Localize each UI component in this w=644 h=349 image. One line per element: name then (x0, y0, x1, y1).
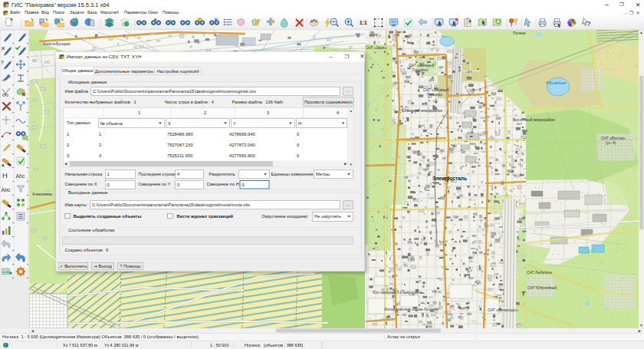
svg-text:Электросталь: Электросталь (432, 176, 467, 182)
svg-text:Восточный микрорайон: Восточный микрорайон (513, 117, 555, 122)
svg-text:Abc: Abc (16, 173, 26, 179)
svg-text:Юго-западный 5-й микрорайон: Юго-западный 5-й микрорайон (373, 290, 422, 295)
svg-text:(уч. 4): (уч. 4) (606, 141, 616, 145)
svg-text:Жилой комплекс «Юсае Логинов»: Жилой комплекс «Юсае Логинов» (384, 307, 439, 311)
svg-text:СНТ «Восток»: СНТ «Восток» (601, 137, 626, 140)
svg-text:СНТ «Металлург»: СНТ «Металлург» (488, 308, 518, 312)
svg-text:Юбилейное: Юбилейное (546, 81, 566, 85)
svg-text:СНТ «Зеленый: СНТ «Зеленый (423, 87, 449, 92)
svg-text:СНТ «Зеленый: СНТ «Зеленый (409, 63, 435, 67)
svg-text:a: a (154, 17, 156, 21)
svg-text:?: ? (1, 60, 4, 65)
svg-text:Аэлита-Бутырки: Аэлита-Бутырки (43, 42, 71, 46)
svg-text:Abc: Abc (2, 187, 12, 193)
svg-text:Северный микрорайон: Северный микрорайон (402, 108, 442, 113)
svg-text:Поляна: Поляна (513, 31, 526, 35)
svg-text:a: a (2, 163, 5, 167)
svg-text:1:1: 1:1 (360, 20, 367, 25)
svg-text:СНТ Юбилейный: СНТ Юбилейный (527, 285, 557, 290)
svg-text:?: ? (586, 21, 590, 28)
svg-text:H: H (2, 171, 8, 179)
svg-text:Городок»: Городок» (412, 68, 429, 72)
svg-text:Алексеевка: Алексеевка (32, 193, 52, 196)
svg-text:Городок»: Городок» (427, 93, 443, 97)
svg-text:...: ... (168, 18, 172, 21)
svg-text:СНТ «Заря»: СНТ «Заря» (366, 46, 386, 50)
svg-text:СНТ Любитель: СНТ Любитель (527, 271, 553, 275)
svg-text:a: a (468, 18, 471, 23)
